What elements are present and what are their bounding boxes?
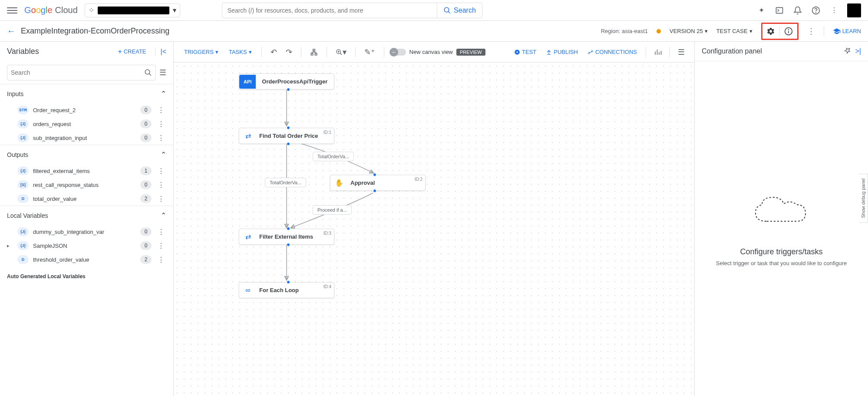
variable-row[interactable]: {J}dummy_sub_integration_var0⋮ (0, 225, 173, 239)
triggers-dropdown[interactable]: TRIGGERS ▾ (181, 46, 222, 58)
var-menu-icon[interactable]: ⋮ (156, 228, 166, 236)
connections-icon (587, 49, 594, 55)
back-button[interactable]: ← (7, 26, 16, 36)
svg-line-1 (448, 11, 450, 13)
settings-button[interactable] (762, 27, 780, 36)
var-type-badge: {J} (17, 166, 29, 175)
search-input[interactable] (222, 7, 437, 14)
testcase-dropdown[interactable]: TEST CASE ▾ (716, 28, 752, 34)
variable-row[interactable]: {J}filtered_external_items1⋮ (0, 164, 173, 178)
top-header: Google Cloud ⁘ ▾ Search ✦ ⋮ (0, 0, 868, 21)
var-count-badge: 1 (140, 166, 152, 175)
node-foreach[interactable]: ID:4 ∞ For Each Loop (239, 282, 334, 298)
variable-row[interactable]: STROrder_request_20⋮ (0, 103, 173, 117)
variable-row[interactable]: [S]rest_call_response_status0⋮ (0, 178, 173, 192)
new-canvas-label: New canvas view (409, 49, 453, 55)
more-button[interactable]: ⋮ (807, 27, 815, 36)
variable-row[interactable]: Dtotal_order_value2⋮ (0, 192, 173, 206)
redo-icon[interactable]: ↷ (283, 45, 295, 60)
var-menu-icon[interactable]: ⋮ (156, 195, 166, 203)
learn-button[interactable]: LEARN (833, 27, 861, 35)
chevron-up-icon: ⌃ (161, 90, 166, 98)
search-button[interactable]: Search (437, 3, 482, 18)
chevron-up-icon: ⌃ (161, 211, 166, 220)
analytics-icon[interactable] (651, 46, 664, 59)
gemini-icon[interactable]: ✦ (756, 5, 766, 16)
publish-button[interactable]: PUBLISH (542, 46, 581, 58)
project-selector[interactable]: ⁘ ▾ (85, 3, 180, 17)
collapse-sidebar-icon[interactable]: |< (155, 48, 167, 56)
config-empty-sub: Select trigger or task that you would li… (716, 260, 847, 266)
expand-panel-icon[interactable]: >| (855, 47, 861, 55)
var-count-badge: 0 (140, 180, 152, 189)
zoom-dropdown[interactable]: ▾ (333, 45, 349, 60)
status-dot-icon (657, 29, 661, 33)
undo-icon[interactable]: ↶ (268, 45, 280, 60)
search-icon (144, 69, 152, 77)
canvas-view-toggle[interactable] (390, 49, 406, 56)
gcloud-logo[interactable]: Google Cloud (24, 5, 78, 15)
connections-button[interactable]: CONNECTIONS (584, 46, 640, 58)
svg-point-4 (816, 12, 816, 12)
var-type-badge: {J} (17, 241, 29, 250)
highlighted-actions (761, 23, 799, 40)
var-type-badge: [S] (17, 180, 29, 189)
variable-row[interactable]: {J}sub_integration_input0⋮ (0, 131, 173, 145)
var-menu-icon[interactable]: ⋮ (156, 106, 166, 114)
filter-icon[interactable]: ☰ (159, 68, 166, 77)
svg-point-8 (145, 70, 150, 74)
node-trigger[interactable]: API OrderProcessApiTrigger (239, 73, 334, 90)
variable-row[interactable]: {J}orders_request0⋮ (0, 117, 173, 131)
section-locals[interactable]: Local Variables ⌃ (0, 206, 173, 225)
var-type-badge: STR (17, 106, 29, 114)
notifications-icon[interactable] (792, 5, 803, 16)
var-count-badge: 2 (140, 255, 152, 264)
var-name: filtered_external_items (33, 168, 136, 174)
section-inputs[interactable]: Inputs ⌃ (0, 84, 173, 103)
node-filter[interactable]: ID:3 ⇄ Filter External Items (239, 229, 334, 245)
preview-badge: PREVIEW (456, 49, 485, 56)
pin-icon[interactable] (844, 47, 851, 56)
variable-row[interactable]: ▸{J}SampleJSON0⋮ (0, 239, 173, 253)
search-icon (443, 7, 451, 14)
create-button[interactable]: + CREATE (118, 48, 146, 56)
canvas[interactable]: API OrderProcessApiTrigger ID:1 ⇄ Find T… (174, 63, 694, 396)
edge-label[interactable]: TotalOrderVa... (313, 152, 354, 161)
var-menu-icon[interactable]: ⋮ (156, 256, 166, 264)
var-count-badge: 0 (140, 120, 152, 128)
cloud-shell-icon[interactable] (774, 5, 785, 16)
var-count-badge: 0 (140, 241, 152, 250)
var-menu-icon[interactable]: ⋮ (156, 167, 166, 175)
canvas-area: TRIGGERS ▾ TASKS ▾ ↶ ↷ ▾ ✎⁺ New canvas v… (174, 42, 694, 396)
var-menu-icon[interactable]: ⋮ (156, 120, 166, 128)
layout-icon[interactable] (307, 46, 320, 59)
var-count-badge: 0 (140, 106, 152, 114)
var-name: SampleJSON (33, 243, 136, 249)
var-count-badge: 2 (140, 194, 152, 203)
tasks-dropdown[interactable]: TASKS ▾ (225, 46, 255, 58)
dropdown-icon: ▾ (705, 28, 708, 34)
magic-wand-icon[interactable]: ✎⁺ (362, 45, 378, 60)
var-menu-icon[interactable]: ⋮ (156, 181, 166, 189)
version-dropdown[interactable]: VERSION 25 ▾ (670, 28, 708, 34)
test-button[interactable]: TEST (511, 46, 540, 58)
variables-search-input[interactable] (11, 69, 144, 76)
var-menu-icon[interactable]: ⋮ (156, 134, 166, 142)
edge-label[interactable]: Proceed if a... (313, 205, 352, 215)
help-icon[interactable] (811, 5, 821, 16)
hamburger-menu-icon[interactable] (7, 5, 17, 16)
info-button[interactable] (780, 27, 797, 36)
svg-rect-12 (315, 53, 317, 55)
more-icon[interactable]: ⋮ (829, 5, 839, 16)
avatar[interactable] (847, 3, 861, 17)
var-menu-icon[interactable]: ⋮ (156, 242, 166, 250)
edge-label[interactable]: TotalOrderVa... (265, 178, 306, 187)
show-debug-panel[interactable]: Show debug panel (859, 173, 868, 223)
variable-row[interactable]: Dthreshold_order_value2⋮ (0, 253, 173, 266)
node-find-total[interactable]: ID:1 ⇄ Find Total Order Price (239, 128, 334, 144)
canvas-toolbar: TRIGGERS ▾ TASKS ▾ ↶ ↷ ▾ ✎⁺ New canvas v… (174, 42, 694, 63)
section-outputs[interactable]: Outputs ⌃ (0, 145, 173, 164)
list-icon[interactable]: ☰ (675, 45, 687, 60)
var-count-badge: 0 (140, 133, 152, 142)
node-approval[interactable]: ID:2 ✋ Approval (330, 175, 426, 191)
